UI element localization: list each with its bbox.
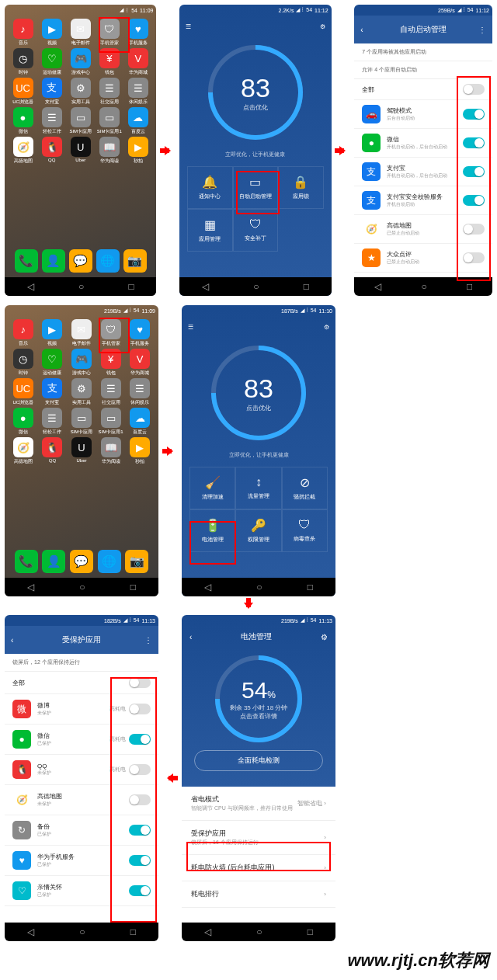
more-icon[interactable]: ⋮ [478,26,486,34]
gear-icon[interactable]: ⚙ [324,324,329,331]
app-SIM卡应用[interactable]: ▭SIM卡应用 [67,107,94,135]
dock-icon[interactable]: 🌐 [96,249,120,273]
app-QQ[interactable]: 🐧QQ [39,437,67,465]
app-icon: ♥ [128,19,148,39]
app-微信[interactable]: ●微信 [9,107,36,135]
menu-icon: 🔑 [251,518,266,533]
app-时钟[interactable]: ◷时钟 [9,349,37,377]
app-时钟[interactable]: ◷时钟 [9,48,36,76]
app-视频[interactable]: ▶视频 [38,19,65,47]
app-QQ[interactable]: 🐧QQ [38,137,65,165]
app-音乐[interactable]: ♪音乐 [9,319,37,347]
item-title: QQ [37,763,109,770]
app-轻松工作[interactable]: ☰轻松工作 [39,408,67,436]
app-SIM卡应用1[interactable]: ▭SIM卡应用1 [97,408,125,436]
dock-icon[interactable]: 👤 [42,249,65,273]
app-UC浏览器[interactable]: UCUC浏览器 [9,378,37,406]
app-运动健康[interactable]: ♡运动健康 [38,48,65,76]
app-音乐[interactable]: ♪音乐 [9,19,36,47]
menu-icon[interactable]: ☰ [186,23,191,30]
app-华为阅读[interactable]: 📖华为阅读 [96,137,123,165]
app-华为阅读[interactable]: 📖华为阅读 [97,437,125,465]
app-百度云[interactable]: ☁百度云 [126,408,154,436]
app-秒拍[interactable]: ▶秒拍 [124,137,151,165]
app-高德地图[interactable]: 🧭高德地图 [9,137,36,165]
app-icon: ⚙ [71,78,91,98]
app-运动健康[interactable]: ♡运动健康 [39,349,67,377]
dock-icon[interactable]: 📞 [15,249,38,273]
app-label: 微信 [19,128,28,135]
menu-流量管理[interactable]: ↕流量管理 [235,467,281,509]
menu-骚扰拦截[interactable]: ⊘骚扰拦截 [282,467,328,509]
app-手机服务[interactable]: ♥手机服务 [126,319,154,347]
app-百度云[interactable]: ☁百度云 [124,107,151,135]
menu-安全补丁[interactable]: 🛡安全补丁 [233,209,279,252]
app-实用工具[interactable]: ⚙实用工具 [67,78,94,106]
app-支付宝[interactable]: 支支付宝 [39,378,67,406]
app-华为商城[interactable]: V华为商城 [126,349,154,377]
title-bar: ‹受保护应用⋮ [5,626,158,654]
app-秒拍[interactable]: ▶秒拍 [126,437,154,465]
app-轻松工作[interactable]: ☰轻松工作 [38,107,65,135]
app-休闲娱乐[interactable]: ☰休闲娱乐 [126,378,154,406]
app-label: QQ [48,158,55,162]
menu-病毒查杀[interactable]: 🛡病毒查杀 [282,509,328,552]
recent-icon[interactable]: □ [129,281,134,292]
menu-应用锁[interactable]: 🔒应用锁 [278,166,324,209]
app-icon: ▭ [99,107,120,127]
app-Uber[interactable]: UUber [68,437,96,465]
dock-icon[interactable]: 👤 [42,550,65,573]
back-icon[interactable]: ◁ [27,281,34,292]
menu-权限管理[interactable]: 🔑权限管理 [235,509,281,552]
app-Uber[interactable]: UUber [67,137,94,165]
menu-icon[interactable]: ☰ [188,324,193,331]
score-dial[interactable]: 83点击优化 [211,346,306,440]
more-icon[interactable]: ⋮ [144,636,152,645]
phone-manager-2: 187B/s◢ ⧙ 5411:10 ☰⚙ 83点击优化 立即优化，让手机更健康 … [182,305,335,596]
header: ☰⚙ [179,16,331,37]
app-icon: 🧭 [362,220,381,238]
app-支付宝[interactable]: 支支付宝 [38,78,65,106]
app-UC浏览器[interactable]: UCUC浏览器 [9,78,36,106]
home-icon[interactable]: ○ [78,281,84,292]
app-label: Uber [76,458,86,463]
app-SIM卡应用1[interactable]: ▭SIM卡应用1 [96,107,123,135]
battery-icon: 54 [131,8,137,13]
detect-button[interactable]: 全面耗电检测 [194,750,323,771]
app-label: 百度云 [133,429,147,436]
app-icon: ▶ [42,319,62,339]
menu-通知中心[interactable]: 🔔通知中心 [187,166,232,209]
app-游戏中心[interactable]: 🎮游戏中心 [67,48,94,76]
app-游戏中心[interactable]: 🎮游戏中心 [68,349,96,377]
app-label: 音乐 [19,340,28,347]
back-icon[interactable]: ‹ [11,636,13,645]
arrow-right-icon [160,146,176,155]
app-社交应用[interactable]: ☰社交应用 [96,78,123,106]
menu-清理加速[interactable]: 🧹清理加速 [189,467,235,509]
app-休闲娱乐[interactable]: ☰休闲娱乐 [124,78,151,106]
dock-icon[interactable]: 💬 [70,550,93,573]
gear-icon[interactable]: ⚙ [320,23,325,30]
app-电子邮件[interactable]: ✉电子邮件 [67,19,94,47]
dock-icon[interactable]: 💬 [69,249,92,273]
app-高德地图[interactable]: 🧭高德地图 [9,437,37,465]
list-item[interactable]: 省电模式智能调节 CPU 与联网频率，推荐日常使用智能省电 › [182,787,335,821]
app-label: 时钟 [19,69,28,76]
dock-icon[interactable]: 📞 [15,550,38,573]
score-dial[interactable]: 83点击优化 [208,45,303,140]
back-icon[interactable]: ‹ [360,26,363,34]
app-电子邮件[interactable]: ✉电子邮件 [68,319,96,347]
list-item[interactable]: 耗电排行› [182,881,335,908]
app-微信[interactable]: ●微信 [9,408,37,436]
dock-icon[interactable]: 🌐 [98,550,121,573]
app-实用工具[interactable]: ⚙实用工具 [68,378,96,406]
app-社交应用[interactable]: ☰社交应用 [97,378,125,406]
app-SIM卡应用[interactable]: ▭SIM卡应用 [68,408,96,436]
menu-应用管理[interactable]: ▦应用管理 [187,209,232,252]
battery-dial[interactable]: 54%剩余 35 小时 18 分钟点击查看详情 [215,655,302,742]
gear-icon[interactable]: ⚙ [321,633,328,641]
app-icon: 🧭 [12,791,31,809]
dock-icon[interactable]: 📷 [123,249,147,273]
dock-icon[interactable]: 📷 [125,550,148,573]
app-视频[interactable]: ▶视频 [39,319,67,347]
